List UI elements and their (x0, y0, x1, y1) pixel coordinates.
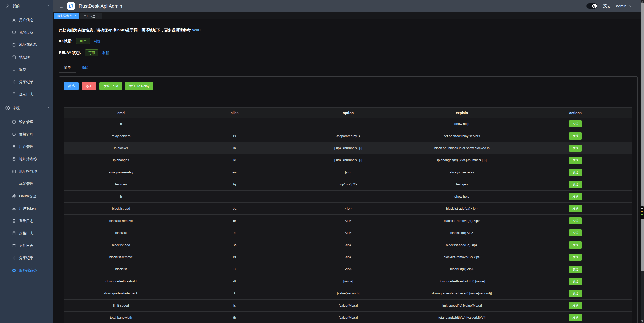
sidebar-item-addressbook-name-admin[interactable]: 地址簿名称 (0, 153, 53, 165)
send-to-id-button[interactable]: 发送 To Id (99, 82, 122, 90)
sidebar-collapse-icon[interactable] (58, 3, 63, 9)
user-menu[interactable]: admin (616, 4, 632, 8)
cell-alias: b (178, 227, 291, 239)
addressbook-management-icon (12, 169, 16, 174)
send-button[interactable]: 发送 (569, 266, 582, 273)
chevron-up-icon: ∧ (47, 106, 50, 109)
route-tab-user-info[interactable]: 用户信息× (80, 13, 102, 19)
cell-option: <ip> (291, 203, 405, 215)
sidebar-section-label: 系统 (13, 106, 20, 110)
table-row: limit-speedls[value(Mb/s)]limit-speed(ls… (64, 300, 632, 312)
route-tab-server-commands[interactable]: 服务端命令× (54, 13, 79, 19)
page-scrollbar[interactable] (641, 0, 644, 323)
cell-alias: tb (178, 312, 291, 323)
sidebar-item-addressbook-management[interactable]: 地址簿管理 (0, 165, 53, 178)
add-button[interactable]: 添加 (82, 82, 96, 90)
send-button[interactable]: 发送 (569, 145, 582, 152)
sidebar-item-share-records[interactable]: 分享记录 (0, 76, 53, 88)
id-status-label: ID 状态: (59, 39, 72, 43)
sidebar-item-my-devices[interactable]: 我的设备 (0, 26, 53, 39)
sidebar-item-login-logs-admin[interactable]: 登录日志 (0, 215, 53, 227)
cell-explain: blacklist(b) <ip> (405, 227, 519, 239)
send-button[interactable]: 发送 (569, 290, 582, 297)
cell-explain: blacklist-add(ba) <ip> (405, 203, 519, 215)
cell-option: [<ip>|<number>] [-] (291, 142, 405, 154)
rustdesk-logo-icon (67, 2, 75, 10)
send-button[interactable]: 发送 (569, 169, 582, 176)
sidebar-item-user-management[interactable]: 用户管理 (0, 141, 53, 153)
send-button[interactable]: 发送 (569, 193, 582, 200)
sidebar-item-addressbook[interactable]: 地址簿 (0, 51, 53, 63)
addressbook-name-admin-icon (12, 157, 16, 161)
send-button[interactable]: 发送 (569, 229, 582, 236)
cell-alias: rs (178, 130, 291, 142)
command-panel: 筛选添加发送 To Id发送 To Relay cmdaliasoptionex… (59, 76, 638, 323)
id-status-refresh-link[interactable]: 刷新 (94, 39, 100, 43)
close-icon[interactable]: × (98, 15, 99, 18)
cell-actions: 发送 (519, 287, 632, 300)
send-button[interactable]: 发送 (569, 314, 582, 321)
sidebar-item-label: 地址簿管理 (19, 169, 37, 174)
chevron-up-icon: ∧ (47, 5, 50, 7)
close-icon[interactable]: × (74, 14, 76, 17)
send-button[interactable]: 发送 (569, 205, 582, 212)
route-tab-label: 用户信息 (83, 14, 95, 18)
share-records-admin-icon (12, 256, 16, 260)
table-row: blocklistB<ip>blocklist(B) <ip>发送 (64, 263, 632, 275)
sidebar-item-label: 标签管理 (19, 182, 33, 186)
filter-button[interactable]: 筛选 (64, 82, 79, 90)
send-button[interactable]: 发送 (569, 217, 582, 224)
sidebar-item-oauth-management[interactable]: Oauth管理 (0, 190, 53, 202)
tab-simple[interactable]: 简单 (59, 63, 76, 73)
sidebar-item-connection-logs[interactable]: 连接日志 (0, 227, 53, 239)
send-button[interactable]: 发送 (569, 157, 582, 164)
send-button[interactable]: 发送 (569, 241, 582, 249)
sidebar-item-user-info[interactable]: 用户信息 (0, 14, 53, 26)
cell-actions: 发送 (519, 142, 632, 154)
send-button[interactable]: 发送 (569, 132, 582, 140)
sidebar-item-label: 设备管理 (19, 120, 33, 124)
tab-advanced[interactable]: 高级 (76, 63, 94, 73)
send-to-relay-button[interactable]: 发送 To Relay (125, 82, 153, 90)
relay-status-refresh-link[interactable]: 刷新 (102, 51, 109, 55)
cell-alias: Ba (178, 239, 291, 251)
sidebar-item-tag-management[interactable]: 标签管理 (0, 178, 53, 190)
sidebar-item-device-management[interactable]: 设备管理 (0, 116, 53, 128)
theme-toggle[interactable] (586, 3, 597, 9)
scroll-up-arrow-icon[interactable] (641, 1, 643, 3)
cell-option: <ip> (291, 263, 405, 275)
translate-icon[interactable]: 文A (603, 4, 610, 9)
cell-explain: ip-changes(ic) [<id>|<number>] [-] (405, 154, 519, 166)
sidebar-item-label: 登录日志 (19, 92, 33, 97)
sidebar-item-group-management[interactable]: 群组管理 (0, 128, 53, 141)
send-button[interactable]: 发送 (569, 302, 582, 309)
table-row: blacklist-addba<ip>blacklist-add(ba) <ip… (64, 203, 632, 215)
cell-alias: dt (178, 275, 291, 287)
cell-explain: test geo (405, 178, 519, 191)
my-devices-icon (12, 30, 16, 35)
sidebar-section-system[interactable]: 系统∧ (0, 102, 53, 114)
cell-actions: 发送 (519, 118, 632, 130)
sidebar-item-share-records-admin[interactable]: 分享记录 (0, 252, 53, 264)
send-button[interactable]: 发送 (569, 254, 582, 261)
sidebar-item-file-logs[interactable]: 文件日志 (0, 239, 53, 252)
sidebar-item-login-logs[interactable]: 登录日志 (0, 88, 53, 100)
sidebar-item-server-commands[interactable]: 服务端命令 (0, 264, 53, 277)
send-button[interactable]: 发送 (569, 278, 582, 285)
sidebar-item-label: 用户信息 (19, 18, 33, 22)
scrollbar-thumb[interactable] (641, 3, 644, 271)
sidebar-item-addressbook-name[interactable]: 地址簿名称 (0, 39, 53, 51)
send-button[interactable]: 发送 (569, 181, 582, 188)
table-row: test-geotg<ip1> <ip2>test geo发送 (64, 178, 632, 191)
cell-option: <ip> (291, 227, 405, 239)
wiki-link[interactable]: WIKI (192, 28, 201, 32)
sidebar-item-tags[interactable]: 标签 (0, 63, 53, 76)
sidebar-item-user-token[interactable]: 用户Token (0, 202, 53, 215)
scroll-down-arrow-icon[interactable] (641, 320, 643, 322)
send-button[interactable]: 发送 (569, 120, 582, 127)
cell-explain: total-bandwidth(tb) [value(Mb/s)] (405, 312, 519, 323)
cell-alias (178, 118, 291, 130)
sidebar-section-mine[interactable]: 我的∧ (0, 0, 53, 12)
column-header-actions: actions (519, 108, 632, 118)
table-row: always-use-relayaur[y|n]always use relay… (64, 166, 632, 178)
